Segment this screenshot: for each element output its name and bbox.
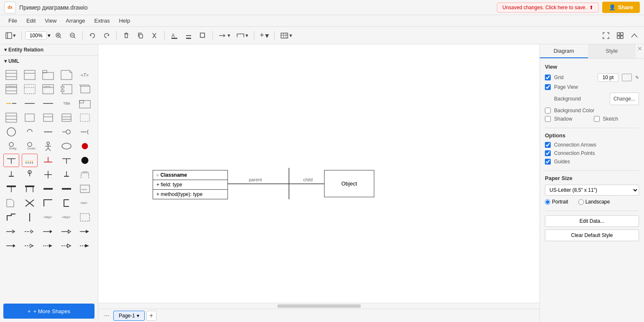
insert-button[interactable]: + ▾	[258, 29, 271, 42]
shape-bar-1[interactable]	[3, 182, 19, 196]
page-view-checkbox[interactable]	[545, 84, 551, 90]
undo-button[interactable]	[86, 29, 99, 42]
shape-line-3[interactable]	[40, 97, 56, 110]
portrait-radio[interactable]	[545, 199, 550, 205]
edit-data-button[interactable]: Edit Data...	[545, 215, 639, 227]
sketch-checkbox[interactable]	[594, 116, 600, 122]
shape-arrow-3[interactable]	[40, 225, 56, 238]
shape-interface[interactable]: «interface»	[3, 82, 19, 96]
shape-t-inv[interactable]	[40, 154, 56, 167]
line-color-button[interactable]	[182, 29, 195, 42]
shape-provided[interactable]	[59, 125, 74, 139]
share-button[interactable]: 👤 Share	[602, 2, 640, 13]
collapse-button[interactable]	[628, 29, 641, 42]
shape-dispatch[interactable]: «act»	[77, 196, 93, 210]
toggle-panel-button[interactable]: ▾	[3, 29, 18, 42]
unsaved-banner[interactable]: Unsaved changes. Click here to save. ⬆	[497, 3, 598, 13]
shape-arrow-9[interactable]	[59, 239, 74, 252]
shape-arrow-6[interactable]	[3, 239, 19, 252]
shape-x-cross[interactable]	[22, 196, 38, 210]
menu-file[interactable]: File	[4, 17, 21, 25]
object-node[interactable]: Object	[324, 170, 374, 197]
horizontal-scrollbar[interactable]	[98, 303, 539, 309]
menu-arrange[interactable]: Arrange	[61, 17, 89, 25]
menu-view[interactable]: View	[41, 17, 61, 25]
portrait-option[interactable]: Portrait	[545, 199, 568, 205]
shape-oval[interactable]	[59, 139, 74, 153]
shape-lollipop-4[interactable]: «act»	[77, 168, 93, 181]
shape-arrow-7[interactable]	[22, 239, 38, 252]
zoom-in-button[interactable]	[52, 29, 65, 42]
connection-type-button[interactable]: ▾	[216, 29, 233, 42]
zoom-out-button[interactable]	[66, 29, 79, 42]
shape-lollipop-2[interactable]	[22, 168, 38, 181]
grid-checkbox[interactable]	[545, 75, 551, 80]
shape-boundary[interactable]: Entity	[3, 139, 19, 153]
shape-arrow-2[interactable]	[22, 225, 38, 238]
menu-edit[interactable]: Edit	[22, 17, 40, 25]
background-color-checkbox[interactable]	[545, 108, 551, 113]
section-uml[interactable]: ▾ UML	[0, 55, 98, 67]
shape-arrow-8[interactable]	[40, 239, 56, 252]
shape-class-1[interactable]	[3, 68, 19, 82]
fit-page-button[interactable]	[600, 29, 612, 42]
page-tab-1[interactable]: Page-1 ▾	[113, 311, 145, 321]
grid-size-input[interactable]	[598, 73, 618, 82]
shadow-button[interactable]	[197, 29, 209, 42]
shape-node[interactable]	[77, 82, 93, 96]
more-shapes-button[interactable]: + + More Shapes	[3, 304, 95, 319]
shape-corner-2[interactable]	[3, 211, 19, 224]
menu-extras[interactable]: Extras	[90, 17, 114, 25]
shape-dispatch-3[interactable]: «disp»	[59, 211, 74, 224]
canvas[interactable]: parent child ≡ Classname + field: type +…	[98, 44, 539, 303]
shape-fork-h[interactable]	[22, 154, 38, 167]
landscape-option[interactable]: Landscape	[578, 199, 610, 205]
shape-filled-circle[interactable]	[77, 139, 93, 153]
background-change-button[interactable]: Change...	[610, 93, 639, 105]
menu-help[interactable]: Help	[115, 17, 134, 25]
shape-actor-boundary[interactable]	[3, 111, 19, 124]
shape-lollipop-3[interactable]	[59, 168, 74, 181]
section-entity-relation[interactable]: ▾ Entity Relation	[0, 44, 98, 55]
shape-rect3[interactable]	[40, 111, 56, 124]
fill-color-button[interactable]: A	[168, 29, 181, 42]
shape-vert-bar[interactable]	[22, 211, 38, 224]
shape-arrow-1[interactable]	[3, 225, 19, 238]
paper-size-select[interactable]: US-Letter (8,5" x 11")	[545, 185, 639, 196]
shape-enum[interactable]: «enum»	[40, 82, 56, 96]
shape-line-2[interactable]	[22, 97, 38, 110]
shape-bar-4[interactable]	[59, 182, 74, 196]
clear-default-style-button[interactable]: Clear Default Style	[545, 229, 639, 241]
shape-cross[interactable]	[40, 168, 56, 181]
shape-arrow-10[interactable]	[77, 239, 93, 252]
edit-grid-color-icon[interactable]: ✎	[635, 75, 639, 80]
redo-button[interactable]	[100, 29, 113, 42]
shape-bar-3[interactable]	[40, 182, 56, 196]
cut-button[interactable]	[148, 29, 161, 42]
waypoint-button[interactable]: ▾	[234, 29, 250, 42]
shape-frame[interactable]	[77, 97, 93, 110]
shape-actor[interactable]	[40, 139, 56, 153]
delete-button[interactable]	[120, 29, 133, 42]
add-page-button[interactable]: +	[146, 311, 156, 321]
shape-attribute[interactable]	[77, 111, 93, 124]
shape-arrow-5[interactable]	[77, 225, 93, 238]
shape-half-circle[interactable]	[22, 125, 38, 139]
shape-fork[interactable]	[40, 125, 56, 139]
shape-rect2[interactable]	[22, 111, 38, 124]
pages-menu-button[interactable]: ⋯	[102, 311, 112, 321]
guides-checkbox[interactable]	[545, 159, 551, 165]
shape-bracket[interactable]	[59, 196, 74, 210]
class-node[interactable]: ≡ Classname + field: type + method(type)…	[153, 170, 228, 199]
shape-arrow-4[interactable]	[59, 225, 74, 238]
shape-note[interactable]	[59, 68, 74, 82]
connection-points-checkbox[interactable]	[545, 150, 551, 156]
copy-button[interactable]	[134, 29, 147, 42]
shape-misc[interactable]	[77, 211, 93, 224]
reset-view-button[interactable]	[614, 29, 626, 42]
grid-color-box[interactable]	[622, 74, 632, 81]
shape-line-1[interactable]	[3, 97, 19, 110]
shape-corner[interactable]	[40, 196, 56, 210]
shape-cell-ref[interactable]: «act»	[77, 182, 93, 196]
shape-lollipop-1[interactable]	[3, 168, 19, 181]
